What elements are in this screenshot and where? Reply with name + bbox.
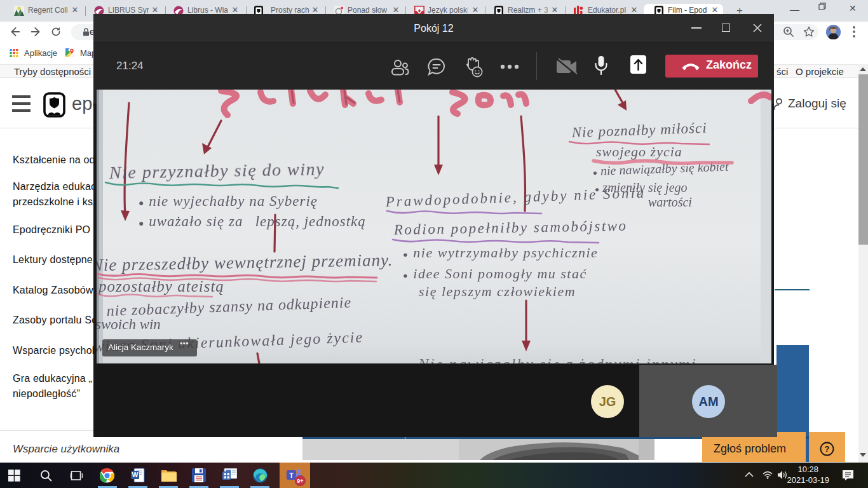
svg-text:● nie wyjechałby na Syberię: ● nie wyjechałby na Syberię	[139, 193, 318, 209]
svg-text:Nie przyznałby się do winy: Nie przyznałby się do winy	[109, 159, 325, 182]
svg-text:9+: 9+	[297, 478, 303, 484]
svg-text:?: ?	[825, 444, 830, 454]
svg-text:swojego życia: swojego życia	[596, 144, 682, 159]
svg-text:Nie nawiązałby się z żadnymi i: Nie nawiązałby się z żadnymi innymi	[417, 356, 697, 363]
svg-text:się lepszym człowiekiem: się lepszym człowiekiem	[419, 283, 576, 299]
svg-text:● idee Soni pomogły mu stać: ● idee Soni pomogły mu stać	[403, 266, 587, 281]
svg-text:T: T	[289, 471, 294, 479]
svg-text:swoich win: swoich win	[97, 316, 161, 332]
svg-text:● zmieniły się jego: ● zmieniły się jego	[595, 180, 688, 195]
svg-text:● nie wytrzymałby psychicznie: ● nie wytrzymałby psychicznie	[403, 245, 598, 261]
svg-text:● uważało się za lepszą, jedn: ● uważało się za lepszą, jednostką	[139, 214, 366, 229]
svg-text:wartości: wartości	[648, 195, 692, 209]
svg-text:W: W	[132, 471, 139, 478]
